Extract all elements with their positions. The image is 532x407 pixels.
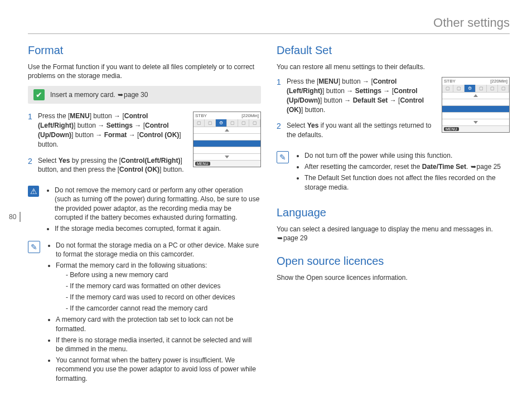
format-warn-1: Do not remove the memory card or perform…	[55, 186, 261, 222]
format-info-1: Do not format the storage media on a PC …	[56, 241, 261, 259]
default-set-note-3: The Default Set function does not affect…	[304, 173, 510, 191]
page-number: 80	[8, 212, 21, 222]
lcd-tab: ▢	[487, 85, 498, 92]
lcd-row	[442, 112, 509, 119]
lcd-tab: ▢	[249, 119, 260, 127]
lcd-row	[194, 147, 260, 153]
format-intro: Use the Format function if you want to d…	[28, 62, 261, 80]
default-set-heading: Default Set	[277, 44, 510, 57]
format-step-2: Select Yes by pressing the [Control(Left…	[28, 156, 187, 175]
lcd-tab: ▢	[205, 119, 216, 127]
info-icon: ✎	[277, 151, 289, 163]
lcd-row	[194, 133, 260, 140]
lcd-bottom-bar: MENU	[442, 125, 509, 132]
left-column: Format Use the Format function if you wa…	[28, 42, 261, 391]
osl-text: Show the Open source licences informatio…	[277, 273, 510, 282]
lcd-tabs: ▢ ▢ ⚙ ▢ ▢ ▢	[442, 85, 509, 92]
format-heading: Format	[28, 44, 261, 57]
lcd-down-arrow	[442, 119, 509, 125]
default-set-note-1: Do not turn off the power while using th…	[304, 151, 510, 160]
lcd-screen-format: STBY [220Min] ▢ ▢ ⚙ ▢ ▢ ▢ MENU	[193, 112, 261, 167]
lcd-tab: ▢	[498, 85, 509, 92]
format-step1-row: Press the [MENU] button → [Control (Left…	[28, 112, 261, 181]
header-rule	[28, 33, 510, 34]
memory-card-note-text: Insert a memory card. ➥page 30	[50, 91, 148, 99]
memcard-note-ref: page 30	[124, 91, 148, 99]
lcd-down-arrow	[194, 153, 260, 160]
reference-arrow-icon: ➥	[117, 91, 124, 99]
content-columns: Format Use the Format function if you wa…	[28, 42, 510, 391]
lcd-screen-default-set: STBY [220Min] ▢ ▢ ⚙ ▢ ▢ ▢ MENU	[442, 77, 510, 133]
lcd-tab-active: ⚙	[465, 85, 476, 92]
lcd-time: [220Min]	[241, 113, 259, 118]
lcd-tab-active: ⚙	[216, 119, 227, 127]
default-set-step-row: Press the [MENU] button → [Control (Left…	[277, 77, 510, 147]
memcard-note-pre: Insert a memory card.	[50, 91, 117, 99]
lcd-bottom-bar: MENU	[194, 160, 260, 167]
reference-arrow-icon: ➥	[470, 163, 477, 171]
warning-icon: ⚠	[28, 186, 39, 197]
language-text: You can select a desired language to dis…	[277, 225, 510, 243]
lcd-tabs: ▢ ▢ ⚙ ▢ ▢ ▢	[194, 119, 260, 127]
lcd-menu-chip: MENU	[444, 127, 459, 131]
page-header-title: Other settings	[28, 16, 510, 30]
lcd-row-selected	[442, 105, 509, 112]
format-info-sublist: Before using a new memory card If the me…	[56, 270, 261, 313]
default-set-steps: Press the [MENU] button → [Control (Left…	[277, 77, 436, 140]
lcd-tab: ▢	[227, 119, 238, 127]
right-column: Default Set You can restore all menu set…	[277, 42, 510, 391]
lcd-tab: ▢	[476, 85, 487, 92]
default-set-step-2: Select Yes if you want all the settings …	[277, 121, 436, 140]
format-info-2a: Before using a new memory card	[66, 270, 261, 279]
format-info-2c: If the memory card was used to record on…	[66, 293, 261, 302]
lcd-row	[442, 99, 509, 105]
format-info-5: You cannot format when the battery power…	[56, 356, 261, 383]
lcd-top-bar: STBY [220Min]	[194, 112, 260, 119]
language-heading: Language	[277, 206, 510, 219]
default-set-step-1: Press the [MENU] button → [Control (Left…	[277, 77, 436, 114]
lcd-tab: ▢	[194, 119, 205, 127]
format-steps: Press the [MENU] button → [Control (Left…	[28, 112, 187, 175]
default-set-notes: Do not turn off the power while using th…	[294, 151, 510, 194]
lcd-standby: STBY	[444, 79, 456, 84]
lcd-top-bar: STBY [220Min]	[442, 77, 509, 85]
memory-card-note: ✔ Insert a memory card. ➥page 30	[28, 86, 261, 104]
osl-heading: Open source licences	[277, 255, 510, 268]
format-info-2d: If the camcorder cannot read the memory …	[66, 304, 261, 313]
format-warning-block: ⚠ Do not remove the memory card or perfo…	[28, 186, 261, 235]
lcd-up-arrow	[442, 92, 509, 99]
format-step-1: Press the [MENU] button → [Control (Left…	[28, 112, 187, 149]
info-icon: ✎	[28, 241, 40, 253]
format-info-2b: If the memory card was formatted on othe…	[66, 282, 261, 290]
lcd-row-selected	[194, 140, 260, 147]
default-set-notes-block: ✎ Do not turn off the power while using …	[277, 151, 510, 194]
default-set-note-2: After resetting the camcorder, reset the…	[304, 162, 510, 171]
format-info-2: Format the memory card in the following …	[56, 261, 261, 313]
lcd-menu-chip: MENU	[195, 162, 210, 166]
check-icon: ✔	[33, 89, 45, 100]
format-warnings: Do not remove the memory card or perform…	[45, 186, 261, 235]
lcd-time: [220Min]	[490, 79, 507, 84]
default-set-intro: You can restore all menu settings to the…	[277, 62, 510, 71]
reference-arrow-icon: ➥	[277, 234, 283, 242]
lcd-tab: ▢	[442, 85, 453, 92]
format-info: Do not format the storage media on a PC …	[46, 241, 261, 385]
format-info-3: A memory card with the protection tab se…	[56, 315, 261, 333]
lcd-tab: ▢	[238, 119, 249, 127]
format-info-4: If there is no storage media inserted, i…	[56, 336, 261, 353]
format-warn-2: If the storage media becomes corrupted, …	[55, 224, 261, 233]
lcd-up-arrow	[194, 127, 260, 133]
format-info-block: ✎ Do not format the storage media on a P…	[28, 241, 261, 385]
lcd-tab: ▢	[453, 85, 465, 92]
lcd-standby: STBY	[195, 113, 207, 118]
